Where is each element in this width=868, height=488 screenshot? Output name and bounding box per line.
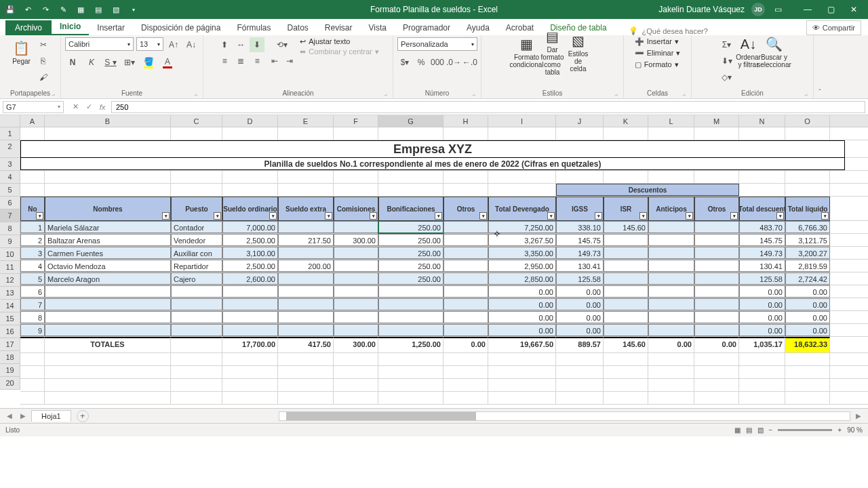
data-cell[interactable]: Carmen Fuentes bbox=[45, 247, 171, 259]
data-cell[interactable]: 149.73 bbox=[556, 247, 604, 259]
font-size-select[interactable]: 13▾ bbox=[136, 37, 163, 51]
data-cell[interactable]: 0.00 bbox=[739, 285, 785, 298]
data-cell[interactable]: Cajero bbox=[171, 272, 222, 285]
table-header[interactable]: Puesto▾ bbox=[171, 197, 222, 221]
cell[interactable] bbox=[488, 184, 556, 196]
data-cell[interactable] bbox=[443, 272, 488, 285]
redo-icon[interactable]: ↷ bbox=[39, 3, 52, 16]
row-header-20[interactable]: 20 bbox=[0, 377, 20, 390]
totals-cell[interactable]: 0.00 bbox=[648, 337, 694, 352]
cell[interactable] bbox=[556, 392, 604, 404]
row-header-13[interactable]: 13 bbox=[0, 287, 20, 300]
totals-cell[interactable] bbox=[20, 337, 45, 352]
data-cell[interactable] bbox=[334, 311, 378, 323]
data-cell[interactable] bbox=[278, 221, 334, 233]
data-cell[interactable] bbox=[604, 272, 648, 285]
tab-review[interactable]: Revisar bbox=[317, 20, 361, 35]
enter-formula-icon[interactable]: ✓ bbox=[83, 101, 95, 113]
data-cell[interactable]: 0.00 bbox=[556, 311, 604, 323]
cell[interactable] bbox=[20, 184, 45, 196]
totals-cell[interactable]: 0.00 bbox=[694, 337, 739, 352]
cell[interactable] bbox=[45, 184, 171, 196]
data-cell[interactable] bbox=[604, 285, 648, 298]
cell[interactable] bbox=[334, 127, 378, 140]
data-cell[interactable] bbox=[443, 311, 488, 323]
data-cell[interactable] bbox=[222, 298, 278, 310]
cell[interactable] bbox=[556, 353, 604, 365]
clear-icon[interactable]: ◇▾ bbox=[719, 70, 734, 85]
data-cell[interactable]: 0.00 bbox=[488, 298, 556, 310]
data-cell[interactable] bbox=[443, 221, 488, 233]
data-cell[interactable]: 6,766.30 bbox=[785, 221, 830, 233]
data-cell[interactable] bbox=[648, 247, 694, 259]
totals-cell[interactable]: 417.50 bbox=[278, 337, 334, 352]
col-header-C[interactable]: C bbox=[171, 115, 222, 127]
data-cell[interactable]: Octavio Mendoza bbox=[45, 260, 171, 272]
data-cell[interactable] bbox=[648, 272, 694, 285]
cell[interactable] bbox=[171, 379, 222, 391]
cell[interactable] bbox=[20, 353, 45, 365]
table-header[interactable]: Otros▾ bbox=[443, 197, 488, 221]
cell[interactable] bbox=[222, 392, 278, 404]
data-cell[interactable] bbox=[443, 260, 488, 272]
cell[interactable] bbox=[739, 366, 785, 378]
data-cell[interactable] bbox=[694, 298, 739, 310]
tell-me-search[interactable]: 💡 ¿Qué desea hacer? bbox=[629, 26, 708, 35]
table-header[interactable]: Otros▾ bbox=[694, 197, 739, 221]
data-cell[interactable]: Auxiliar con bbox=[171, 247, 222, 259]
cell[interactable] bbox=[488, 366, 556, 378]
increase-decimal-icon[interactable]: .0→ bbox=[446, 55, 461, 70]
tab-developer[interactable]: Programador bbox=[395, 20, 458, 35]
totals-cell[interactable]: 889.57 bbox=[556, 337, 604, 352]
row-header-4[interactable]: 4 bbox=[0, 171, 20, 184]
data-cell[interactable] bbox=[648, 260, 694, 272]
data-cell[interactable] bbox=[45, 285, 171, 298]
cell[interactable] bbox=[278, 379, 334, 391]
cell[interactable] bbox=[443, 353, 488, 365]
cell[interactable] bbox=[278, 184, 334, 196]
totals-cell[interactable]: 1,035.17 bbox=[739, 337, 785, 352]
data-cell[interactable] bbox=[443, 285, 488, 298]
data-cell[interactable]: 0.00 bbox=[785, 324, 830, 336]
data-cell[interactable] bbox=[443, 247, 488, 259]
cell[interactable] bbox=[334, 171, 378, 183]
data-cell[interactable] bbox=[648, 311, 694, 323]
cell[interactable] bbox=[171, 366, 222, 378]
cell[interactable] bbox=[278, 366, 334, 378]
paste-button[interactable]: 📋Pegar bbox=[10, 37, 33, 67]
italic-button[interactable]: K bbox=[84, 55, 99, 70]
data-cell[interactable]: 145.75 bbox=[556, 234, 604, 246]
data-cell[interactable]: 250.00 bbox=[378, 221, 443, 233]
cell[interactable] bbox=[694, 392, 739, 404]
col-header-I[interactable]: I bbox=[488, 115, 556, 127]
cell[interactable] bbox=[222, 379, 278, 391]
cell[interactable] bbox=[20, 379, 45, 391]
row-header-1[interactable]: 1 bbox=[0, 127, 20, 140]
formula-input[interactable] bbox=[111, 101, 865, 113]
data-cell[interactable]: 7,000.00 bbox=[222, 221, 278, 233]
data-cell[interactable] bbox=[694, 311, 739, 323]
col-header-E[interactable]: E bbox=[278, 115, 334, 127]
cell[interactable] bbox=[443, 392, 488, 404]
cut-icon[interactable]: ✂ bbox=[36, 37, 51, 52]
cell[interactable] bbox=[20, 366, 45, 378]
cell[interactable] bbox=[739, 379, 785, 391]
subtitle[interactable]: Planilla de sueldos No.1 correspondiente… bbox=[20, 158, 845, 170]
data-cell[interactable] bbox=[45, 324, 171, 336]
col-header-N[interactable]: N bbox=[739, 115, 785, 127]
table-header[interactable]: Total líquido▾ bbox=[785, 197, 830, 221]
cell[interactable] bbox=[604, 127, 648, 140]
cell[interactable] bbox=[222, 353, 278, 365]
data-cell[interactable]: 2,724.42 bbox=[785, 272, 830, 285]
cell[interactable] bbox=[604, 379, 648, 391]
data-cell[interactable]: Baltazar Arenas bbox=[45, 234, 171, 246]
format-cells-button[interactable]: ▢Formato ▾ bbox=[635, 60, 679, 69]
fx-icon[interactable]: fx bbox=[96, 101, 108, 113]
eyedropper-icon[interactable]: ✎ bbox=[57, 3, 69, 16]
cell[interactable] bbox=[785, 366, 830, 378]
filter-icon[interactable]: ▾ bbox=[776, 212, 784, 220]
data-cell[interactable] bbox=[45, 298, 171, 310]
border-icon[interactable]: ▧ bbox=[110, 3, 122, 16]
conditional-format-button[interactable]: ▦Formato condicional bbox=[515, 37, 538, 67]
filter-icon[interactable]: ▾ bbox=[325, 212, 332, 220]
